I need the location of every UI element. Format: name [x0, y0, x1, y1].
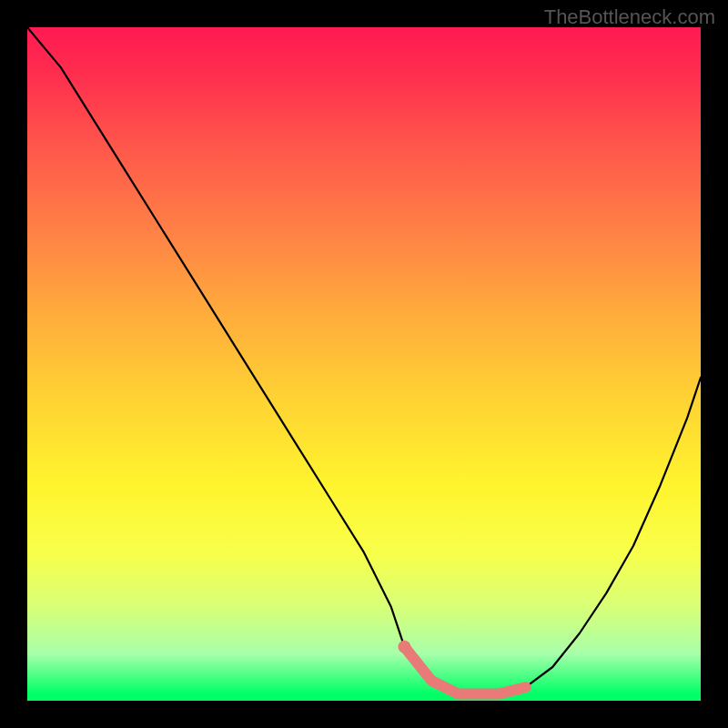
chart-highlight-dot — [398, 641, 410, 653]
chart-plot-area — [27, 27, 701, 701]
chart-highlight-segment — [404, 647, 525, 694]
chart-svg — [27, 27, 701, 701]
attribution-text: TheBottleneck.com — [544, 5, 715, 29]
chart-main-curve — [27, 27, 701, 694]
